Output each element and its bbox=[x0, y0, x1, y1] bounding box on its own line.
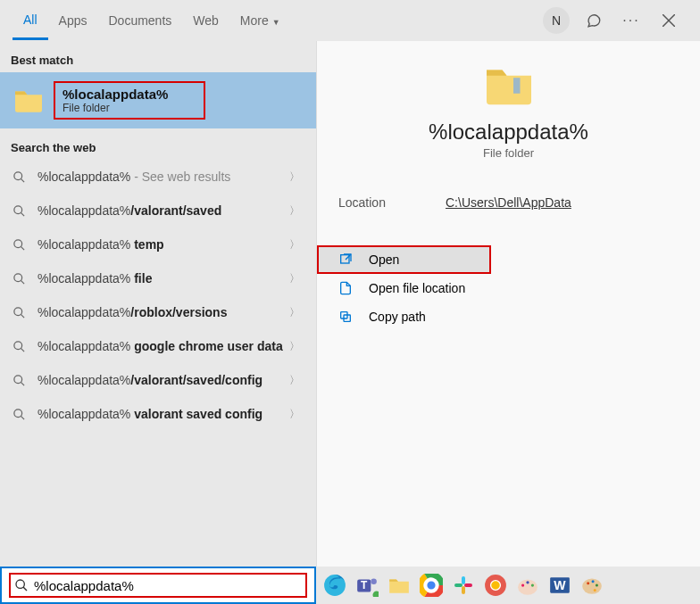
svg-point-29 bbox=[373, 592, 379, 598]
chevron-right-icon[interactable]: 〉 bbox=[286, 305, 304, 320]
chrome-icon[interactable] bbox=[418, 572, 445, 599]
search-icon bbox=[12, 374, 29, 387]
svg-point-50 bbox=[587, 582, 589, 584]
svg-line-5 bbox=[21, 212, 24, 216]
chrome-canary-icon[interactable] bbox=[482, 572, 509, 599]
tab-more[interactable]: More ▼ bbox=[229, 3, 291, 38]
chevron-right-icon[interactable]: 〉 bbox=[286, 339, 304, 354]
search-box[interactable] bbox=[0, 567, 316, 604]
web-result[interactable]: %localappdata% file〉 bbox=[0, 261, 316, 295]
svg-line-7 bbox=[21, 246, 24, 250]
chevron-right-icon[interactable]: 〉 bbox=[286, 170, 304, 185]
web-result[interactable]: %localappdata% - See web results〉 bbox=[0, 160, 316, 194]
svg-line-3 bbox=[21, 178, 24, 182]
section-best-match: Best match bbox=[0, 41, 316, 72]
svg-rect-18 bbox=[513, 78, 521, 94]
results-panel: Best match %localappdata% File folder Se… bbox=[0, 41, 316, 567]
web-result-text: %localappdata%/valorant/saved/config bbox=[38, 373, 286, 387]
search-icon bbox=[14, 578, 29, 592]
svg-text:T: T bbox=[361, 579, 368, 592]
web-result-text: %localappdata% temp bbox=[38, 237, 286, 252]
svg-point-53 bbox=[594, 589, 596, 592]
chevron-right-icon[interactable]: 〉 bbox=[286, 237, 304, 252]
word-icon[interactable]: W bbox=[546, 572, 573, 599]
action-open-location[interactable]: Open file location bbox=[317, 274, 700, 302]
svg-line-11 bbox=[21, 314, 24, 318]
web-result[interactable]: %localappdata%/valorant/saved〉 bbox=[0, 194, 316, 228]
web-result[interactable]: %localappdata% valorant saved config〉 bbox=[0, 397, 316, 431]
action-copy-path[interactable]: Copy path bbox=[317, 302, 700, 331]
menu-icon[interactable]: ··· bbox=[617, 6, 646, 35]
web-result[interactable]: %localappdata%/roblox/versions〉 bbox=[0, 295, 316, 329]
chevron-right-icon[interactable]: 〉 bbox=[286, 271, 304, 286]
web-result-text: %localappdata% google chrome user data bbox=[38, 339, 286, 353]
chevron-right-icon[interactable]: 〉 bbox=[286, 203, 304, 219]
web-result-text: %localappdata%/valorant/saved bbox=[38, 203, 286, 218]
best-match-subtitle: File folder bbox=[62, 102, 168, 114]
preview-subtitle: File folder bbox=[317, 146, 700, 160]
svg-text:W: W bbox=[554, 578, 566, 592]
feedback-icon[interactable] bbox=[579, 6, 608, 35]
action-open-label: Open bbox=[369, 252, 399, 267]
tab-documents[interactable]: Documents bbox=[97, 3, 182, 38]
best-match-item[interactable]: %localappdata% File folder bbox=[0, 72, 316, 128]
svg-point-10 bbox=[14, 307, 22, 315]
preview-panel: %localappdata% File folder Location C:\U… bbox=[316, 41, 700, 567]
web-result-text: %localappdata% - See web results bbox=[38, 170, 286, 184]
svg-point-44 bbox=[521, 583, 524, 586]
web-result[interactable]: %localappdata% temp〉 bbox=[0, 228, 316, 261]
palette-icon[interactable] bbox=[579, 572, 605, 599]
svg-rect-36 bbox=[462, 576, 465, 584]
svg-line-17 bbox=[21, 416, 24, 419]
svg-point-51 bbox=[592, 580, 595, 583]
svg-line-15 bbox=[21, 382, 24, 385]
chevron-right-icon[interactable]: 〉 bbox=[286, 407, 304, 422]
folder-icon bbox=[12, 85, 45, 117]
close-icon[interactable] bbox=[654, 6, 683, 35]
location-value[interactable]: C:\Users\Dell\AppData bbox=[446, 195, 571, 210]
action-open[interactable]: Open bbox=[317, 245, 491, 274]
svg-line-9 bbox=[21, 280, 24, 284]
web-result-text: %localappdata% file bbox=[38, 271, 286, 285]
svg-point-12 bbox=[14, 341, 22, 349]
svg-rect-39 bbox=[464, 583, 472, 587]
search-icon bbox=[12, 272, 29, 285]
web-result-text: %localappdata%/roblox/versions bbox=[38, 305, 286, 319]
copy-icon bbox=[338, 310, 356, 324]
folder-icon bbox=[482, 59, 536, 112]
chevron-right-icon[interactable]: 〉 bbox=[286, 373, 304, 388]
svg-rect-38 bbox=[462, 586, 465, 594]
svg-point-2 bbox=[14, 171, 22, 179]
svg-line-13 bbox=[21, 348, 24, 352]
preview-title: %localappdata% bbox=[317, 120, 700, 145]
svg-rect-19 bbox=[341, 255, 349, 263]
search-icon bbox=[12, 238, 29, 252]
location-label: Location bbox=[338, 195, 446, 210]
slack-icon[interactable] bbox=[450, 572, 477, 599]
user-avatar[interactable]: N bbox=[542, 6, 571, 35]
edge-icon[interactable] bbox=[321, 572, 348, 599]
svg-rect-37 bbox=[454, 583, 462, 587]
svg-point-45 bbox=[526, 581, 529, 583]
tab-all[interactable]: All bbox=[12, 2, 48, 40]
svg-point-14 bbox=[14, 375, 22, 383]
web-result[interactable]: %localappdata%/valorant/saved/config〉 bbox=[0, 363, 316, 397]
search-icon bbox=[12, 204, 29, 218]
web-result[interactable]: %localappdata% google chrome user data〉 bbox=[0, 329, 316, 363]
section-search-web: Search the web bbox=[0, 128, 316, 160]
teams-icon[interactable]: T bbox=[354, 572, 380, 599]
svg-point-46 bbox=[531, 583, 534, 586]
svg-point-23 bbox=[16, 580, 24, 588]
web-result-text: %localappdata% valorant saved config bbox=[38, 407, 286, 421]
search-input[interactable] bbox=[34, 578, 302, 593]
open-icon bbox=[338, 252, 356, 267]
search-icon bbox=[12, 170, 29, 184]
taskbar: T W bbox=[316, 567, 700, 604]
svg-point-16 bbox=[14, 409, 22, 417]
explorer-icon[interactable] bbox=[386, 572, 412, 599]
best-match-title: %localappdata% bbox=[62, 87, 168, 102]
tab-apps[interactable]: Apps bbox=[48, 3, 98, 38]
svg-point-28 bbox=[371, 578, 377, 584]
tab-web[interactable]: Web bbox=[182, 3, 229, 38]
paint-icon[interactable] bbox=[514, 572, 541, 599]
